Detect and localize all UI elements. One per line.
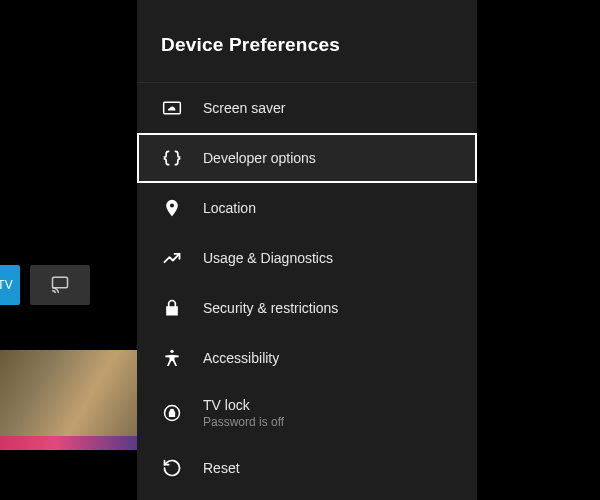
setting-location[interactable]: Location [137, 183, 477, 233]
cast-icon [49, 275, 71, 295]
setting-label: Usage & Diagnostics [203, 250, 333, 266]
settings-panel: Device Preferences Screen saver Develope… [137, 0, 477, 500]
setting-developer-options[interactable]: Developer options [137, 133, 477, 183]
lock-icon [161, 297, 183, 319]
setting-security-restrictions[interactable]: Security & restrictions [137, 283, 477, 333]
tv-lock-icon [161, 402, 183, 424]
accessibility-icon [161, 347, 183, 369]
braces-icon [161, 147, 183, 169]
home-banner[interactable]: NEW SHOW [0, 350, 137, 450]
setting-label: Developer options [203, 150, 316, 166]
setting-label: Screen saver [203, 100, 285, 116]
setting-label: Accessibility [203, 350, 279, 366]
trend-icon [161, 247, 183, 269]
setting-label: Reset [203, 460, 240, 476]
setting-usage-diagnostics[interactable]: Usage & Diagnostics [137, 233, 477, 283]
setting-label: Location [203, 200, 256, 216]
reset-icon [161, 457, 183, 479]
cloud-icon [161, 97, 183, 119]
home-tile-cast[interactable] [30, 265, 90, 305]
setting-tv-lock[interactable]: TV lock Password is off [137, 383, 477, 443]
setting-sublabel: Password is off [203, 415, 284, 429]
setting-accessibility[interactable]: Accessibility [137, 333, 477, 383]
banner-tag: NEW SHOW [6, 440, 53, 449]
setting-label: TV lock [203, 397, 284, 413]
setting-label: Security & restrictions [203, 300, 338, 316]
svg-point-2 [170, 350, 173, 353]
svg-rect-0 [53, 277, 68, 288]
setting-reset[interactable]: Reset [137, 443, 477, 493]
location-icon [161, 197, 183, 219]
page-title: Device Preferences [161, 34, 453, 56]
panel-header: Device Preferences [137, 0, 477, 82]
setting-screen-saver[interactable]: Screen saver [137, 83, 477, 133]
home-tile-tv[interactable]: TV [0, 265, 20, 305]
